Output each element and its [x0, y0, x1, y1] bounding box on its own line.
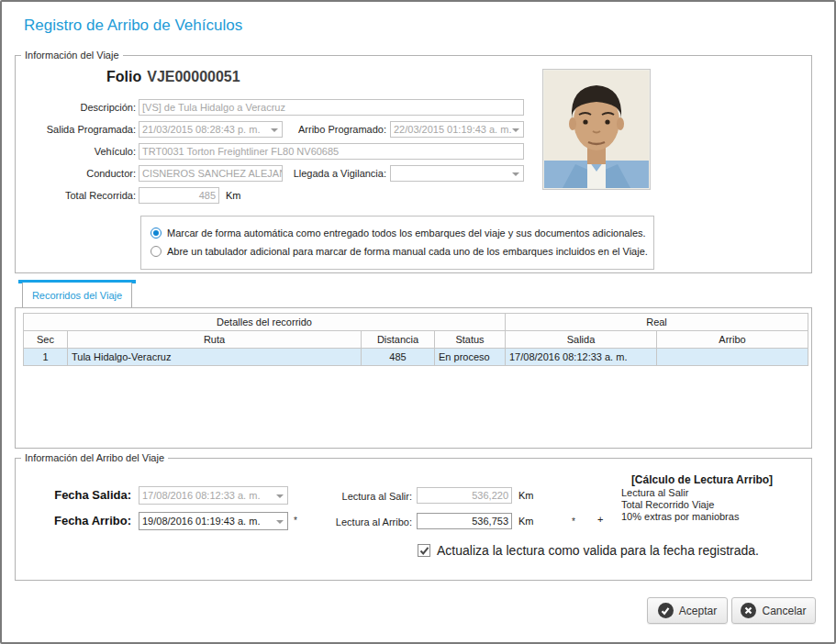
total-recorrida-label: Total Recorrida: [16, 187, 136, 204]
folio-label: Folio [106, 69, 141, 84]
tab-label: Recorridos del Viaje [32, 290, 122, 301]
arribo-programado-value: 22/03/2015 01:19:43 a. m. [394, 124, 511, 135]
grid-col-ruta[interactable]: Ruta [68, 331, 362, 349]
cell-status: En proceso [435, 349, 506, 366]
descripcion-field: [VS] de Tula Hidalgo a Veracruz [139, 99, 524, 116]
grid-group-header-row: Detalles del recorrido Real [24, 314, 808, 331]
total-recorrida-unit: Km [226, 187, 241, 204]
driver-photo [542, 69, 651, 190]
fecha-salida-label: Fecha Salida: [16, 486, 131, 505]
arribo-programado-label: Arribo Programado: [287, 121, 386, 138]
chevron-down-icon [276, 494, 284, 498]
conductor-label: Conductor: [16, 165, 136, 182]
lectura-arribo-unit: Km [518, 513, 534, 529]
grid-column-header-row: Sec Ruta Distancia Status Salida Arribo [24, 331, 808, 349]
arrival-registration-window: Registro de Arribo de Vehículos Informac… [0, 0, 836, 644]
lectura-arribo-label: Lectura al Arribo: [291, 514, 412, 530]
cell-arribo [657, 349, 808, 366]
close-circle-icon [741, 603, 756, 618]
lectura-salir-field: 536,220 [417, 487, 512, 504]
grid-col-salida[interactable]: Salida [506, 331, 657, 349]
cancel-button[interactable]: Cancelar [731, 597, 816, 624]
auto-delivery-radio[interactable]: Marcar de forma automática como entregad… [150, 227, 646, 239]
accept-button-label: Aceptar [679, 605, 717, 617]
lectura-salir-label: Lectura al Salir: [291, 488, 412, 505]
check-circle-icon [658, 603, 674, 618]
recorridos-grid: Detalles del recorrido Real Sec Ruta Dis… [23, 313, 808, 366]
arribo-programado-combo: 22/03/2015 01:19:43 a. m. [390, 121, 524, 138]
grid-col-status[interactable]: Status [435, 331, 506, 349]
lectura-arribo-required-mark: * [572, 516, 575, 527]
tab-recorridos-del-viaje[interactable]: Recorridos del Viaje [22, 283, 132, 307]
grid-col-distancia[interactable]: Distancia [362, 331, 435, 349]
llegada-vigilancia-label: Llegada a Vigilancia: [278, 165, 386, 182]
cell-distancia: 485 [362, 349, 435, 366]
chevron-down-icon [512, 172, 519, 176]
auto-delivery-radio-label: Marcar de forma automática como entregad… [167, 228, 646, 239]
fecha-arribo-label: Fecha Arribo: [16, 512, 131, 530]
descripcion-label: Descripción: [16, 99, 136, 116]
manual-delivery-radio[interactable]: Abre un tabulador adicional para marcar … [150, 245, 648, 258]
vehiculo-field: TRT0031 Torton Freightliner FL80 NV60685 [139, 143, 524, 160]
cell-sec: 1 [24, 349, 68, 366]
radio-selected-icon [150, 228, 162, 239]
update-reading-checkbox-label: Actualiza la lectura como valida para la… [437, 543, 759, 558]
accept-button[interactable]: Aceptar [647, 597, 728, 624]
update-reading-checkbox[interactable]: Actualiza la lectura como valida para la… [418, 543, 759, 558]
fecha-salida-combo: 17/08/2016 08:12:33 a. m. [139, 486, 288, 505]
cell-ruta: Tula Hidalgo-Veracruz [68, 349, 362, 366]
plus-sign: + [597, 514, 603, 525]
lectura-arribo-field[interactable]: 536,753 [417, 513, 512, 529]
calc-line-1: Lectura al Salir [621, 487, 688, 499]
folio-line: FolioVJE00000051 [106, 69, 240, 85]
chevron-down-icon [276, 520, 284, 524]
fecha-arribo-combo[interactable]: 19/08/2016 01:19:43 a. m. [139, 512, 288, 530]
grid-row-1[interactable]: 1 Tula Hidalgo-Veracruz 485 En proceso 1… [24, 349, 808, 366]
trip-info-groupbox: Información del Viaje FolioVJE00000051 D… [15, 55, 812, 273]
page-title: Registro de Arribo de Vehículos [24, 17, 242, 35]
salida-programada-value: 21/03/2015 08:28:43 p. m. [142, 124, 260, 135]
total-recorrida-field: 485 [139, 187, 219, 204]
cell-salida: 17/08/2016 08:12:33 a. m. [506, 349, 657, 366]
folio-value: VJE00000051 [147, 69, 240, 84]
grid-col-arribo[interactable]: Arribo [657, 331, 808, 349]
calc-line-3: 10% extras por maniobras [621, 511, 739, 523]
arrival-info-group-label: Información del Arribo del Viaje [21, 451, 168, 465]
fecha-salida-value: 17/08/2016 08:12:33 a. m. [142, 490, 260, 501]
salida-programada-combo: 21/03/2015 08:28:43 p. m. [139, 121, 283, 138]
grid-group-header-detalles: Detalles del recorrido [24, 314, 506, 331]
calc-line-2: Total Recorrido Viaje [621, 499, 714, 511]
delivery-options-panel: Marcar de forma automática como entregad… [140, 216, 654, 270]
grid-col-sec[interactable]: Sec [24, 331, 68, 349]
grid-group-header-real: Real [506, 314, 808, 331]
trip-info-group-label: Información del Viaje [21, 49, 123, 62]
chevron-down-icon [512, 128, 519, 132]
chevron-down-icon [271, 128, 278, 132]
llegada-vigilancia-combo[interactable] [390, 165, 524, 182]
fecha-arribo-value: 19/08/2016 01:19:43 a. m. [142, 516, 260, 527]
conductor-field: CISNEROS SANCHEZ ALEJAND [139, 165, 283, 182]
salida-programada-label: Salida Programada: [16, 121, 136, 138]
recorridos-tab-panel: Detalles del recorrido Real Sec Ruta Dis… [15, 307, 812, 449]
driver-portrait-image [544, 71, 649, 188]
cancel-button-label: Cancelar [762, 605, 806, 617]
radio-unselected-icon [150, 246, 162, 257]
vehiculo-label: Vehículo: [16, 143, 136, 160]
checkbox-checked-icon [418, 544, 430, 557]
lectura-salir-unit: Km [518, 487, 534, 504]
calc-lectura-title: [Cálculo de Lectura Arribo] [603, 473, 801, 486]
manual-delivery-radio-label: Abre un tabulador adicional para marcar … [167, 246, 648, 257]
arrival-info-groupbox: Información del Arribo del Viaje Fecha S… [15, 458, 812, 581]
